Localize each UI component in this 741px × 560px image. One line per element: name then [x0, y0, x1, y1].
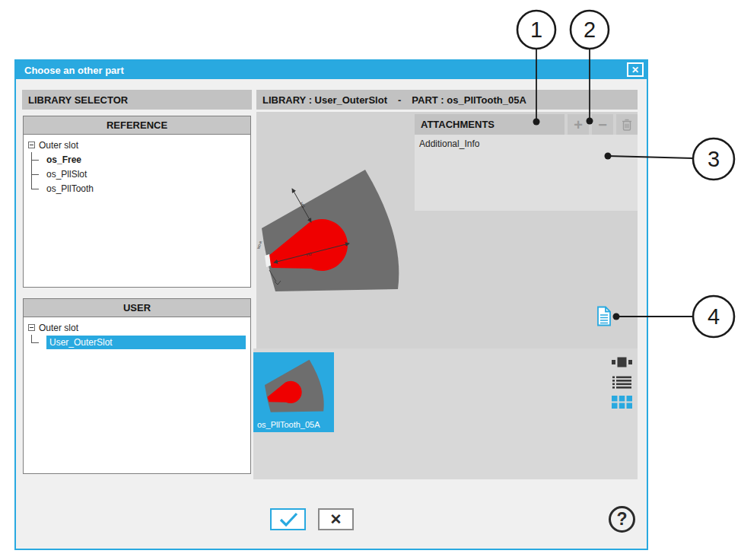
callout-3-circle [693, 138, 734, 180]
view-mode-switcher [611, 356, 632, 409]
library-selector-title: LIBRARY SELECTOR [28, 94, 128, 106]
user-panel-header: USER [24, 299, 250, 317]
carousel-view-icon [612, 357, 632, 368]
grid-view-icon [612, 396, 632, 409]
tree-item-os-plltooth[interactable]: os_PllTooth [25, 181, 249, 196]
user-panel: USER Outer slot User_OuterSlot [23, 298, 251, 474]
cancel-x-icon: ✕ [330, 511, 342, 528]
tree-item-os-pllslot[interactable]: os_PllSlot [25, 167, 249, 181]
callout-1-circle [517, 11, 555, 49]
part-name-label: PART : os_PllTooth_05A [412, 94, 526, 106]
tree-node-outer-slot-user[interactable]: Outer slot [25, 320, 249, 335]
tree-node-outer-slot[interactable]: Outer slot [25, 138, 249, 152]
callout-4-number: 4 [708, 304, 720, 329]
user-tree: Outer slot User_OuterSlot [24, 317, 250, 351]
attachments-toolbar: ATTACHMENTS + − [415, 114, 638, 135]
attachments-list: Additional_Info [415, 135, 638, 211]
carousel-view-button[interactable] [612, 356, 632, 369]
callout-3-number: 3 [708, 147, 720, 171]
grid-view-button[interactable] [612, 396, 632, 409]
thumbnail-strip: os_PllTooth_05A [253, 348, 638, 479]
page-background: Choose an other part ✕ LIBRARY SELECTOR … [0, 0, 741, 560]
plus-icon: + [574, 117, 583, 132]
tree-item-os-free[interactable]: os_Free [25, 152, 249, 167]
tree-item-user-outerslot[interactable]: User_OuterSlot [25, 335, 249, 349]
choose-part-dialog: Choose an other part ✕ LIBRARY SELECTOR … [14, 59, 648, 550]
collapse-expander-icon[interactable] [28, 142, 35, 148]
attachments-section: ATTACHMENTS + − [415, 114, 638, 211]
question-mark-icon: ? [616, 511, 627, 528]
remove-attachment-button[interactable]: − [592, 114, 613, 135]
attachment-item[interactable]: Additional_Info [415, 135, 638, 153]
dialog-titlebar: Choose an other part [16, 61, 647, 79]
part-detail-area: HS H0 W0 R ATTACHMENTS + − [256, 112, 638, 348]
collapse-expander-icon[interactable] [28, 324, 35, 331]
part-header-bar: LIBRARY : User_OuterSlot - PART : os_Pll… [256, 90, 638, 110]
dialog-title: Choose an other part [16, 65, 124, 76]
ok-button[interactable] [270, 508, 306, 530]
cancel-button[interactable]: ✕ [318, 508, 354, 530]
reference-tree: Outer slot os_Free os_PllSlot os_PllToot… [24, 135, 250, 197]
add-attachment-button[interactable]: + [568, 114, 589, 135]
delete-attachment-button[interactable] [616, 114, 638, 135]
list-view-icon [612, 376, 631, 389]
library-selector-header: LIBRARY SELECTOR [22, 90, 252, 110]
trash-icon [621, 118, 633, 132]
thumbnail-label: os_PllTooth_05A [257, 420, 320, 429]
dim-label-w0: W0 R [256, 240, 262, 250]
tree-node-label: Outer slot [39, 323, 78, 333]
callout-4-circle [693, 296, 734, 337]
help-button[interactable]: ? [609, 506, 635, 533]
callout-2-circle [571, 11, 609, 49]
reference-panel-header: REFERENCE [24, 116, 250, 135]
tree-item-label: os_PllSlot [46, 169, 87, 180]
list-view-button[interactable] [612, 376, 632, 389]
part-thumbnail-selected[interactable]: os_PllTooth_05A [253, 352, 334, 432]
close-icon: ✕ [631, 65, 639, 75]
tree-item-label: os_PllTooth [46, 183, 94, 194]
close-button[interactable]: ✕ [627, 62, 644, 77]
library-name-label: LIBRARY : User_OuterSlot [262, 94, 387, 106]
reference-panel: REFERENCE Outer slot os_Free os_PllSlot … [23, 116, 251, 288]
checkmark-icon [277, 511, 300, 528]
part-thumbnail-image [262, 357, 326, 415]
part-preview-drawing: HS H0 W0 R [256, 164, 405, 297]
header-separator: - [398, 94, 401, 106]
callout-1-number: 1 [530, 18, 542, 42]
attachments-title: ATTACHMENTS [415, 114, 564, 135]
selected-tree-item-label: User_OuterSlot [46, 336, 246, 349]
tree-node-label: Outer slot [39, 140, 78, 151]
document-icon[interactable] [596, 306, 612, 326]
callout-2-number: 2 [584, 18, 596, 42]
tree-item-label: os_Free [46, 154, 81, 165]
minus-icon: − [598, 117, 607, 132]
